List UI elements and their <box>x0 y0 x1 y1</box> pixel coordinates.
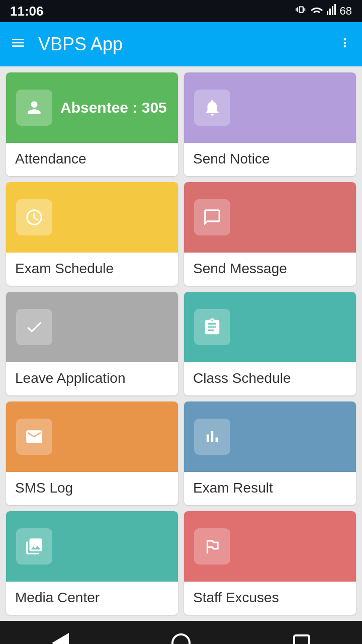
staff-excuses-icon-box <box>194 528 230 565</box>
card-class-schedule-label: Class Schedule <box>184 362 356 395</box>
more-options-button[interactable] <box>338 36 352 53</box>
exam-schedule-icon-box <box>16 199 52 235</box>
card-send-message[interactable]: Send Message <box>184 182 356 286</box>
send-notice-icon-box <box>194 90 230 126</box>
hamburger-button[interactable] <box>10 35 26 54</box>
card-sms-log-label: SMS Log <box>6 472 178 505</box>
card-exam-schedule[interactable]: Exam Schedule <box>6 182 178 286</box>
card-send-message-label: Send Message <box>184 253 356 286</box>
battery-text: 68 <box>340 5 352 18</box>
card-class-schedule[interactable]: Class Schedule <box>184 292 356 395</box>
send-message-icon-box <box>194 199 230 235</box>
attendance-info: Absentee : 305 <box>16 90 167 126</box>
attendance-icon-box <box>16 90 52 126</box>
back-button[interactable] <box>45 628 75 644</box>
card-exam-schedule-label: Exam Schedule <box>6 253 178 286</box>
status-time: 11:06 <box>10 4 44 19</box>
card-sms-log[interactable]: SMS Log <box>6 401 178 505</box>
wifi-icon <box>311 5 323 18</box>
cards-grid: Absentee : 305 Attendance Send Notice Ex… <box>0 66 362 621</box>
media-center-icon-box <box>16 528 52 565</box>
leave-application-icon-box <box>16 309 52 345</box>
card-send-notice[interactable]: Send Notice <box>184 72 356 176</box>
card-media-center-label: Media Center <box>6 582 178 615</box>
recents-button[interactable] <box>287 628 317 644</box>
app-title: VBPS App <box>38 34 338 55</box>
exam-result-icon-box <box>194 419 230 455</box>
status-bar: 11:06 68 <box>0 0 362 22</box>
sms-log-icon-box <box>16 419 52 455</box>
card-leave-application[interactable]: Leave Application <box>6 292 178 395</box>
app-bar: VBPS App <box>0 22 362 66</box>
card-send-notice-label: Send Notice <box>184 143 356 176</box>
class-schedule-icon-box <box>194 309 230 345</box>
bottom-navigation <box>0 621 362 644</box>
card-exam-result[interactable]: Exam Result <box>184 401 356 505</box>
card-exam-result-label: Exam Result <box>184 472 356 505</box>
absentee-text: Absentee : 305 <box>60 99 167 116</box>
vibrate-icon <box>296 4 307 18</box>
card-media-center[interactable]: Media Center <box>6 511 178 615</box>
signal-icon <box>327 4 336 18</box>
card-attendance[interactable]: Absentee : 305 Attendance <box>6 72 178 176</box>
home-button[interactable] <box>166 628 196 644</box>
card-staff-excuses-label: Staff Excuses <box>184 582 356 615</box>
card-attendance-label: Attendance <box>6 143 178 176</box>
card-leave-application-label: Leave Application <box>6 362 178 395</box>
status-icons: 68 <box>296 4 352 18</box>
card-staff-excuses[interactable]: Staff Excuses <box>184 511 356 615</box>
